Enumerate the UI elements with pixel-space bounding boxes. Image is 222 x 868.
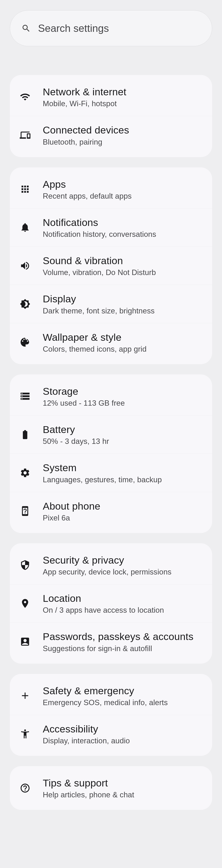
settings-list: Network & internetMobile, Wi-Fi, hotspot… (10, 75, 212, 810)
item-text: NotificationsNotification history, conve… (43, 216, 156, 239)
settings-group: Storage12% used - 113 GB freeBattery50% … (10, 374, 212, 533)
notifications-icon (20, 222, 30, 233)
item-subtitle: Help articles, phone & chat (43, 790, 134, 799)
item-text: Passwords, passkeys & accountsSuggestion… (43, 630, 193, 653)
item-title: System (43, 462, 162, 474)
settings-group: Tips & supportHelp articles, phone & cha… (10, 766, 212, 810)
display-icon (20, 299, 30, 309)
item-title: Apps (43, 178, 132, 191)
settings-item[interactable]: Network & internetMobile, Wi-Fi, hotspot (10, 75, 212, 116)
item-subtitle: Emergency SOS, medical info, alerts (43, 699, 168, 707)
item-title: Network & internet (43, 86, 127, 98)
settings-group: Network & internetMobile, Wi-Fi, hotspot… (10, 75, 212, 157)
safety-icon (20, 690, 30, 701)
settings-item[interactable]: Safety & emergencyEmergency SOS, medical… (10, 674, 212, 715)
settings-item[interactable]: NotificationsNotification history, conve… (10, 209, 212, 247)
wallpaper-icon (20, 337, 30, 347)
settings-item[interactable]: Passwords, passkeys & accountsSuggestion… (10, 623, 212, 663)
item-title: Sound & vibration (43, 254, 156, 267)
settings-group: Safety & emergencyEmergency SOS, medical… (10, 674, 212, 756)
search-placeholder: Search settings (38, 22, 109, 34)
item-title: About phone (43, 500, 100, 513)
item-title: Display (43, 293, 155, 305)
item-title: Storage (43, 385, 125, 398)
about-icon (20, 506, 30, 516)
settings-item[interactable]: Wallpaper & styleColors, themed icons, a… (10, 323, 212, 364)
apps-icon (20, 184, 30, 194)
settings-group: Security & privacyApp security, device l… (10, 543, 212, 663)
item-text: Safety & emergencyEmergency SOS, medical… (43, 685, 168, 707)
accessibility-icon (20, 728, 30, 739)
item-text: Security & privacyApp security, device l… (43, 554, 171, 576)
item-subtitle: Volume, vibration, Do Not Disturb (43, 268, 156, 277)
item-title: Connected devices (43, 124, 129, 136)
item-title: Security & privacy (43, 554, 171, 566)
item-text: Network & internetMobile, Wi-Fi, hotspot (43, 86, 127, 108)
settings-item[interactable]: Connected devicesBluetooth, pairing (10, 116, 212, 157)
item-subtitle: 50% - 3 days, 13 hr (43, 437, 109, 446)
item-text: Tips & supportHelp articles, phone & cha… (43, 777, 134, 799)
settings-item[interactable]: DisplayDark theme, font size, brightness (10, 285, 212, 323)
settings-item[interactable]: Battery50% - 3 days, 13 hr (10, 415, 212, 454)
passwords-icon (20, 636, 30, 647)
item-subtitle: Pixel 6a (43, 514, 100, 522)
item-title: Tips & support (43, 777, 134, 789)
item-subtitle: Display, interaction, audio (43, 737, 130, 745)
search-bar[interactable]: Search settings (10, 10, 212, 46)
item-subtitle: 12% used - 113 GB free (43, 399, 125, 407)
item-text: Battery50% - 3 days, 13 hr (43, 423, 109, 446)
settings-item[interactable]: Security & privacyApp security, device l… (10, 543, 212, 584)
settings-item[interactable]: AppsRecent apps, default apps (10, 167, 212, 209)
item-text: About phonePixel 6a (43, 500, 100, 522)
storage-icon (20, 391, 30, 402)
item-text: SystemLanguages, gestures, time, backup (43, 462, 162, 484)
item-subtitle: Bluetooth, pairing (43, 138, 129, 147)
battery-icon (20, 429, 30, 440)
item-subtitle: Mobile, Wi-Fi, hotspot (43, 99, 127, 108)
devices-icon (20, 130, 30, 141)
settings-item[interactable]: Sound & vibrationVolume, vibration, Do N… (10, 247, 212, 285)
wifi-icon (20, 92, 30, 102)
item-title: Safety & emergency (43, 685, 168, 697)
item-text: Wallpaper & styleColors, themed icons, a… (43, 331, 146, 353)
sound-icon (20, 260, 30, 271)
item-text: AccessibilityDisplay, interaction, audio (43, 723, 130, 745)
item-text: Storage12% used - 113 GB free (43, 385, 125, 407)
item-title: Accessibility (43, 723, 130, 735)
tips-icon (20, 783, 30, 794)
settings-item[interactable]: Storage12% used - 113 GB free (10, 374, 212, 415)
item-title: Location (43, 592, 164, 605)
settings-item[interactable]: Tips & supportHelp articles, phone & cha… (10, 766, 212, 810)
location-icon (20, 598, 30, 609)
settings-item[interactable]: AccessibilityDisplay, interaction, audio (10, 715, 212, 756)
item-subtitle: Languages, gestures, time, backup (43, 475, 162, 484)
item-text: Sound & vibrationVolume, vibration, Do N… (43, 254, 156, 277)
item-title: Passwords, passkeys & accounts (43, 630, 193, 643)
item-subtitle: Dark theme, font size, brightness (43, 307, 155, 315)
item-title: Notifications (43, 216, 156, 229)
item-title: Wallpaper & style (43, 331, 146, 344)
item-subtitle: Recent apps, default apps (43, 192, 132, 200)
settings-group: AppsRecent apps, default appsNotificatio… (10, 167, 212, 364)
settings-item[interactable]: About phonePixel 6a (10, 492, 212, 533)
item-title: Battery (43, 423, 109, 436)
search-icon (21, 24, 31, 33)
settings-item[interactable]: SystemLanguages, gestures, time, backup (10, 454, 212, 492)
system-icon (20, 467, 30, 478)
item-text: AppsRecent apps, default apps (43, 178, 132, 200)
item-text: DisplayDark theme, font size, brightness (43, 293, 155, 315)
item-subtitle: App security, device lock, permissions (43, 568, 171, 576)
item-text: LocationOn / 3 apps have access to locat… (43, 592, 164, 615)
item-text: Connected devicesBluetooth, pairing (43, 124, 129, 146)
settings-item[interactable]: LocationOn / 3 apps have access to locat… (10, 584, 212, 623)
item-subtitle: Colors, themed icons, app grid (43, 345, 146, 353)
security-icon (20, 560, 30, 570)
item-subtitle: Notification history, conversations (43, 230, 156, 239)
item-subtitle: On / 3 apps have access to location (43, 606, 164, 615)
item-subtitle: Suggestions for sign-in & autofill (43, 644, 193, 653)
